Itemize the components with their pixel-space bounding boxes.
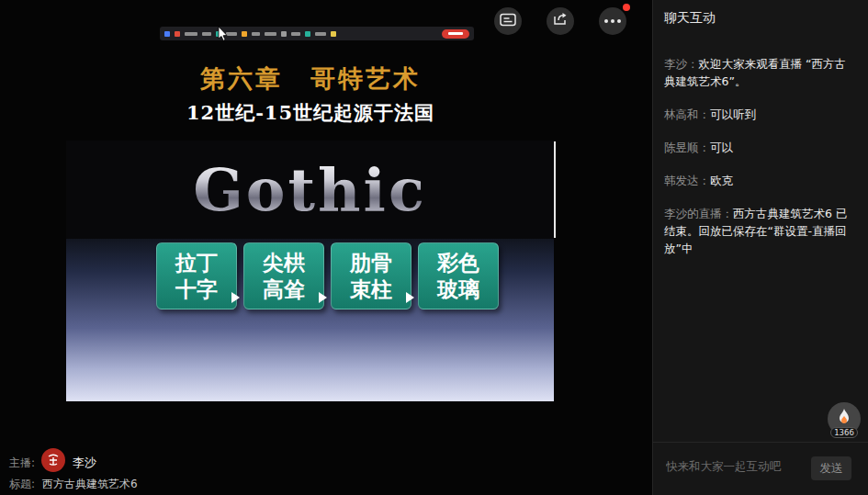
keyword-line: 肋骨 <box>350 250 392 276</box>
stream-title-label: 标题: <box>9 478 35 490</box>
chat-sender: 李沙的直播： <box>664 207 733 220</box>
chat-sender: 李沙： <box>664 57 699 71</box>
chat-text: 可以 <box>710 141 733 154</box>
chat-input[interactable] <box>666 459 804 473</box>
live-viewer-window: 第六章 哥特艺术 12世纪-15世纪起源于法国 Gothic 拉丁 十字 尖栱 … <box>0 0 868 495</box>
chat-message: 陈昱顺：可以 <box>664 139 855 156</box>
cursor-icon <box>218 27 228 45</box>
host-name: 李沙 <box>73 455 96 471</box>
caret-line <box>554 141 556 238</box>
keyword-box: 肋骨 束柱 <box>331 242 411 309</box>
toolbar-item[interactable] <box>252 32 260 36</box>
hero-word: Gothic <box>193 155 427 224</box>
chat-message: 韩发达：欧克 <box>664 172 855 189</box>
toolbar-icon[interactable] <box>331 31 336 37</box>
keyword-line: 高耸 <box>263 276 305 303</box>
stream-title-row: 标题: 西方古典建筑艺术6 <box>9 477 138 492</box>
toolbar-item[interactable] <box>202 32 211 36</box>
like-count-badge: 1366 <box>830 427 858 438</box>
keyword-line: 尖栱 <box>263 250 305 276</box>
chat-sender: 陈昱顺： <box>664 141 710 154</box>
toolbar-item[interactable] <box>265 32 276 36</box>
host-label: 主播: <box>9 456 35 471</box>
record-stop-button[interactable] <box>442 29 469 39</box>
keyword-box: 彩色 玻璃 <box>418 242 499 309</box>
keyword-line: 彩色 <box>437 250 479 276</box>
chat-text: 可以听到 <box>710 107 756 121</box>
toolbar-icon[interactable] <box>305 31 310 37</box>
host-avatar <box>41 448 65 472</box>
chat-panel-title: 聊天互动 <box>664 10 716 27</box>
slide-hero-image: Gothic <box>66 141 554 239</box>
chat-panel: 聊天互动 李沙：欢迎大家来观看直播 “西方古典建筑艺术6”。 林高和：可以听到 … <box>652 0 868 495</box>
keyword-line: 束柱 <box>350 276 392 303</box>
toolbar-icon[interactable] <box>242 31 247 37</box>
toolbar-item[interactable] <box>185 32 197 36</box>
slide-title: 第六章 哥特艺术 <box>66 62 555 96</box>
chat-input-bar: 发送 <box>653 442 868 495</box>
share-icon <box>552 12 569 30</box>
share-button[interactable] <box>547 7 574 35</box>
seal-avatar <box>45 452 62 468</box>
danmaku-icon <box>500 13 516 30</box>
toolbar-item[interactable] <box>291 32 300 36</box>
arrow-right-icon <box>406 292 414 303</box>
toolbar-logo-icon[interactable] <box>164 31 170 37</box>
chat-message-system: 李沙的直播：西方古典建筑艺术6 已结束。回放已保存在“群设置-直播回放”中 <box>664 205 855 257</box>
arrow-right-icon <box>319 292 327 303</box>
presentation-stage: 第六章 哥特艺术 12世纪-15世纪起源于法国 Gothic 拉丁 十字 尖栱 … <box>0 0 652 495</box>
send-button[interactable]: 发送 <box>811 456 851 480</box>
more-icon <box>604 19 621 23</box>
toolbar-icon[interactable] <box>175 31 180 37</box>
chat-message: 林高和：可以听到 <box>664 106 855 123</box>
chat-sender: 林高和： <box>664 107 710 121</box>
keyword-box: 拉丁 十字 <box>156 242 237 309</box>
slide-subtitle: 12世纪-15世纪起源于法国 <box>66 100 555 126</box>
chat-message: 李沙：欢迎大家来观看直播 “西方古典建筑艺术6”。 <box>664 55 855 90</box>
danmaku-button[interactable] <box>494 7 522 35</box>
arrow-right-icon <box>231 292 240 303</box>
chat-sender: 韩发达： <box>664 174 710 187</box>
toolbar-icon[interactable] <box>281 31 287 37</box>
keyword-box: 尖栱 高耸 <box>243 242 324 309</box>
notification-dot <box>623 4 630 11</box>
toolbar-item[interactable] <box>315 32 326 36</box>
stream-title-value: 西方古典建筑艺术6 <box>42 478 138 490</box>
chat-text: 欧克 <box>710 174 733 187</box>
chat-message-list[interactable]: 李沙：欢迎大家来观看直播 “西方古典建筑艺术6”。 林高和：可以听到 陈昱顺：可… <box>664 55 855 273</box>
presenter-toolbar[interactable] <box>160 27 474 40</box>
keyword-line: 拉丁 <box>175 250 218 276</box>
more-button[interactable] <box>599 7 626 35</box>
keyword-line: 玻璃 <box>437 276 479 303</box>
keyword-line: 十字 <box>175 276 218 303</box>
